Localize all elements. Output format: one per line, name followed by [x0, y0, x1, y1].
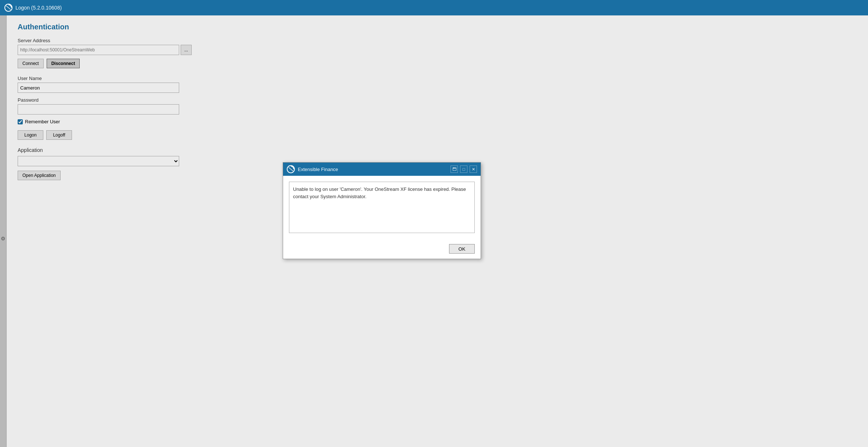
- dialog-title-text: Extensible Finance: [298, 167, 448, 172]
- main-area: ⚙ Authentication Server Address ... Conn…: [0, 15, 868, 447]
- dialog-titlebar: Extensible Finance 🗔 □ ✕: [283, 163, 481, 176]
- dialog-close-button[interactable]: ✕: [470, 166, 477, 173]
- dialog-message-text: Unable to log on user 'Cameron'. Your On…: [293, 186, 466, 199]
- dialog-maximize-button[interactable]: □: [460, 166, 467, 173]
- dialog-restore-button[interactable]: 🗔: [451, 166, 458, 173]
- title-bar: Logon (5.2.0.10608): [0, 0, 868, 15]
- dialog-ok-button[interactable]: OK: [449, 244, 475, 254]
- dialog-footer: OK: [283, 244, 481, 259]
- dialog-body: Unable to log on user 'Cameron'. Your On…: [283, 176, 481, 244]
- dialog-window-controls: 🗔 □ ✕: [451, 166, 477, 173]
- dialog-message-box: Unable to log on user 'Cameron'. Your On…: [289, 182, 475, 233]
- error-dialog: Extensible Finance 🗔 □ ✕ Unable to log o…: [283, 162, 481, 259]
- dialog-onestream-logo-icon: [287, 165, 295, 173]
- onestream-logo-icon: [4, 4, 12, 12]
- title-bar-text: Logon (5.2.0.10608): [15, 5, 62, 11]
- modal-overlay: Extensible Finance 🗔 □ ✕ Unable to log o…: [0, 15, 868, 447]
